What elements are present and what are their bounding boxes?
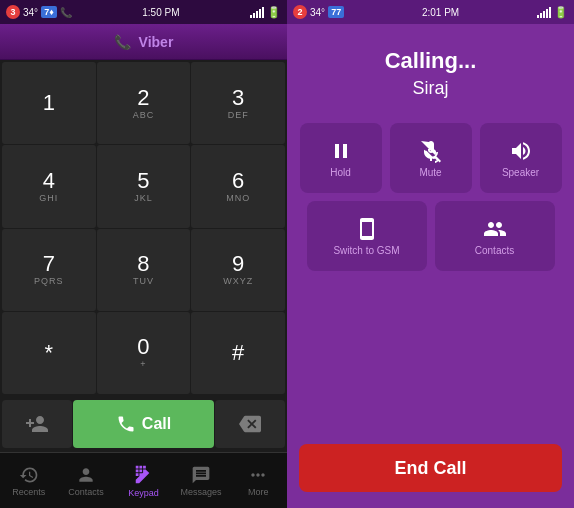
hold-label: Hold [330,167,351,178]
switch-gsm-label: Switch to GSM [333,245,399,256]
messages-label: Messages [180,487,221,497]
bar2 [253,13,255,18]
bar3 [256,11,258,18]
controls-row-2: Switch to GSM Contacts [299,201,562,271]
key-2-letters: ABC [133,110,155,120]
key-7-number: 7 [43,253,55,275]
key-7[interactable]: 7 PQRS [2,229,96,311]
delete-button[interactable] [215,400,285,448]
rbar4 [546,9,548,18]
key-3-number: 3 [232,87,244,109]
key-4[interactable]: 4 GHI [2,145,96,227]
call-label: Call [142,415,171,433]
key-hash-number: # [232,342,244,364]
rbar1 [537,15,539,18]
battery-icon-right: 🔋 [554,6,568,19]
key-4-number: 4 [43,170,55,192]
more-icon [248,465,268,485]
contacts-icon [76,465,96,485]
bar5 [262,7,264,18]
rbar2 [540,13,542,18]
bar1 [250,15,252,18]
viber-status-icon-left: 📞 [60,7,72,18]
right-status-icons-left: 🔋 [250,6,281,19]
contacts-call-label: Contacts [475,245,514,256]
notification-badge-left: 3 [6,5,20,19]
signal-bars-left [250,6,264,18]
key-0[interactable]: 0 + [97,312,191,394]
bottom-nav: Recents Contacts Keypad Messages More [0,452,287,508]
temp-right: 34° [310,7,325,18]
time-left: 1:50 PM [142,7,179,18]
contacts-label: Contacts [68,487,104,497]
nav-keypad[interactable]: Keypad [115,464,172,498]
nav-messages[interactable]: Messages [172,465,229,497]
key-1-number: 1 [43,92,55,114]
hold-button[interactable]: Hold [300,123,382,193]
key-8[interactable]: 8 TUV [97,229,191,311]
messages-icon [191,465,211,485]
switch-gsm-button[interactable]: Switch to GSM [307,201,427,271]
mute-icon [419,139,443,163]
end-call-button[interactable]: End Call [299,444,562,492]
recents-label: Recents [12,487,45,497]
key-9-number: 9 [232,253,244,275]
mute-button[interactable]: Mute [390,123,472,193]
call-button[interactable]: Call [73,400,214,448]
status-icons-right: 2 34° 77 [293,5,344,19]
key-3-letters: DEF [228,110,249,120]
key-6[interactable]: 6 MNO [191,145,285,227]
viber-app-name: Viber [139,34,174,50]
call-icon [116,414,136,434]
shield-badge-right: 77 [328,6,344,18]
key-9[interactable]: 9 WXYZ [191,229,285,311]
left-panel: 3 34° 7♦ 📞 1:50 PM 🔋 📞 Viber 1 [0,0,287,508]
key-0-number: 0 [137,336,149,358]
rbar3 [543,11,545,18]
bar4 [259,9,261,18]
key-8-letters: TUV [133,276,154,286]
controls-row-1: Hold Mute Speaker [299,123,562,193]
key-hash[interactable]: # [191,312,285,394]
add-contact-button[interactable] [2,400,72,448]
key-5-letters: JKL [134,193,153,203]
time-right: 2:01 PM [422,7,459,18]
notification-badge-right: 2 [293,5,307,19]
keypad-label: Keypad [128,488,159,498]
nav-recents[interactable]: Recents [0,465,57,497]
speaker-label: Speaker [502,167,539,178]
viber-logo: 📞 Viber [114,34,174,50]
key-5[interactable]: 5 JKL [97,145,191,227]
more-label: More [248,487,269,497]
keypad-icon [133,464,155,486]
key-3[interactable]: 3 DEF [191,62,285,144]
key-2[interactable]: 2 ABC [97,62,191,144]
key-1[interactable]: 1 [2,62,96,144]
calling-name: Siraj [303,78,558,99]
hold-icon [329,139,353,163]
calling-title: Calling... [303,48,558,74]
key-2-number: 2 [137,87,149,109]
key-star[interactable]: * [2,312,96,394]
viber-phone-icon: 📞 [114,34,131,50]
key-9-letters: WXYZ [223,276,253,286]
key-star-number: * [45,342,54,364]
call-controls: Hold Mute Speaker Sw [287,115,574,436]
action-row: Call [0,396,287,452]
nav-contacts[interactable]: Contacts [57,465,114,497]
delete-icon [239,413,261,435]
speaker-button[interactable]: Speaker [480,123,562,193]
end-call-label: End Call [394,458,466,479]
right-panel: 2 34° 77 2:01 PM 🔋 Calling... Siraj [287,0,574,508]
key-0-letters: + [140,359,146,369]
viber-header: 📞 Viber [0,24,287,60]
temp-left: 34° [23,7,38,18]
nav-more[interactable]: More [230,465,287,497]
key-4-letters: GHI [39,193,58,203]
calling-section: Calling... Siraj [287,24,574,115]
key-6-number: 6 [232,170,244,192]
signal-bars-right [537,6,551,18]
contacts-call-button[interactable]: Contacts [435,201,555,271]
switch-gsm-icon [355,217,379,241]
key-7-letters: PQRS [34,276,64,286]
